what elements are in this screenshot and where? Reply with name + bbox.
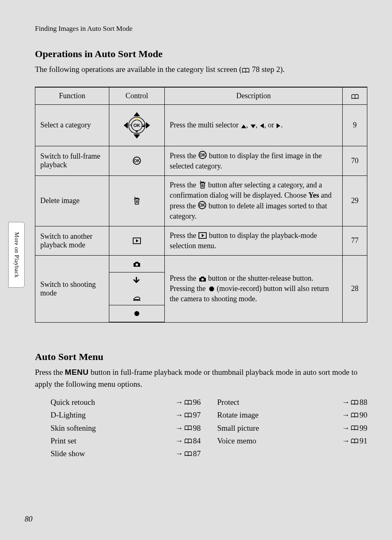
book-icon <box>350 399 359 405</box>
page-ref: → 88 <box>342 396 367 408</box>
book-icon <box>184 451 192 457</box>
menu-options: Quick retouch→ 96 D-Lighting→ 97 Skin so… <box>35 396 367 460</box>
desc-text: Press the multi selector <box>170 121 240 129</box>
record-dot-icon <box>208 285 215 292</box>
intro-text: The following operations are available i… <box>35 64 367 75</box>
cell-page: 9 <box>343 104 367 146</box>
operations-table: Function Control Description Select a ca… <box>35 87 367 323</box>
menu-item: Quick retouch→ 96 <box>51 396 201 408</box>
cell-desc: Press the button to display the first im… <box>165 146 343 175</box>
menu-item: Voice memo→ 91 <box>217 434 368 447</box>
menu-item: Print set→ 84 <box>51 434 201 447</box>
triangle-up-icon <box>240 124 246 129</box>
record-dot-icon <box>133 309 141 318</box>
cell-control-ok <box>109 146 165 175</box>
page-number: 80 <box>25 515 32 524</box>
triangle-left-icon <box>259 123 264 129</box>
playback-icon <box>132 237 141 245</box>
page-ref: → 91 <box>342 434 367 447</box>
side-tab: More on Playback <box>8 222 25 288</box>
table-row: Select a category Press the multi select… <box>35 104 367 146</box>
cell-func: Switch to another playback mode <box>35 226 109 255</box>
running-head: Finding Images in Auto Sort Mode <box>35 25 367 33</box>
menu-item-label: Print set <box>51 434 76 447</box>
camera-icon <box>132 260 141 268</box>
menu-item: Rotate image→ 90 <box>217 408 368 421</box>
cell-page: 29 <box>343 175 367 226</box>
book-icon <box>242 67 250 73</box>
triangle-down-icon <box>250 124 256 129</box>
book-icon <box>184 438 192 444</box>
cell-control-trash <box>109 175 165 226</box>
cell-page: 28 <box>343 256 367 323</box>
cell-control-camera <box>109 256 165 272</box>
page-ref: → 98 <box>175 422 201 434</box>
menu-item: Small picture→ 99 <box>217 422 368 434</box>
menu-item: Protect→ 88 <box>217 396 368 408</box>
cell-func: Switch to full-frame playback <box>35 146 109 175</box>
book-icon <box>350 438 359 444</box>
menu-col-left: Quick retouch→ 96 D-Lighting→ 97 Skin so… <box>51 396 201 460</box>
intro-pre: The following operations are available i… <box>35 65 242 74</box>
shutter-squiggle-icon <box>132 293 141 301</box>
book-icon <box>184 412 192 418</box>
table-row: Switch to another playback mode Press th… <box>35 226 367 255</box>
menu-item-label: Protect <box>217 396 240 408</box>
menu-label: MENU <box>65 368 89 376</box>
cell-func: Delete image <box>35 175 109 226</box>
cell-page: 77 <box>343 226 367 255</box>
menu-item: Slide show→ 87 <box>51 447 201 460</box>
menu-intro: Press the MENU button in full-frame play… <box>35 367 367 390</box>
table-row: Switch to full-frame playback Press the … <box>35 146 367 175</box>
page-ref: → 87 <box>175 447 201 460</box>
menu-item: Skin softening→ 98 <box>51 422 201 434</box>
cell-page: 70 <box>343 146 367 175</box>
playback-icon <box>198 232 207 239</box>
book-icon <box>350 412 359 418</box>
cell-func: Select a category <box>35 104 109 146</box>
th-function: Function <box>35 87 109 105</box>
camera-icon <box>198 275 206 282</box>
cell-desc: Press the multi selector , , , or . <box>165 104 343 146</box>
cell-desc: Press the button to display the playback… <box>165 226 343 255</box>
cell-desc: Press the button after selecting a categ… <box>165 175 343 226</box>
heading-operations: Operations in Auto Sort Mode <box>35 48 367 60</box>
arrow-down-icon <box>132 277 141 284</box>
book-icon <box>351 94 359 99</box>
triangle-right-icon <box>276 123 281 129</box>
page-ref: → 96 <box>175 396 201 408</box>
yes-label: Yes <box>308 191 319 199</box>
menu-item-label: Skin softening <box>51 422 96 434</box>
th-page-ref <box>343 87 367 105</box>
menu-item-label: Small picture <box>217 422 259 434</box>
page-ref: → 84 <box>175 434 201 447</box>
cell-control-selector <box>109 104 165 146</box>
cell-control-play <box>109 226 165 255</box>
menu-item-label: D-Lighting <box>51 408 86 421</box>
trash-icon <box>198 180 206 189</box>
table-row: Switch to shooting mode Press the button… <box>35 256 367 272</box>
desc-text: Press the <box>170 152 198 160</box>
cell-func: Switch to shooting mode <box>35 256 109 323</box>
trash-icon <box>132 196 141 205</box>
multi-selector-icon <box>120 109 153 142</box>
th-control: Control <box>109 87 165 105</box>
menu-item-label: Rotate image <box>217 408 259 421</box>
ok-icon <box>132 156 141 165</box>
menu-item-label: Voice memo <box>217 434 256 447</box>
menu-item-label: Quick retouch <box>51 396 95 408</box>
menu-col-right: Protect→ 88 Rotate image→ 90 Small pictu… <box>217 396 368 460</box>
cell-desc: Press the button or the shutter-release … <box>165 256 343 323</box>
th-description: Description <box>165 87 343 105</box>
cell-control-shutter <box>109 272 165 305</box>
ok-icon <box>198 201 207 210</box>
menu-item-label: Slide show <box>51 447 85 460</box>
ok-icon <box>198 150 207 159</box>
intro-post: 78 step 2). <box>250 65 284 74</box>
menu-item: D-Lighting→ 97 <box>51 408 201 421</box>
page-ref: → 90 <box>342 408 367 421</box>
cell-control-record <box>109 305 165 323</box>
page-ref: → 99 <box>342 422 367 434</box>
book-icon <box>184 399 192 405</box>
heading-auto-sort-menu: Auto Sort Menu <box>35 351 367 362</box>
